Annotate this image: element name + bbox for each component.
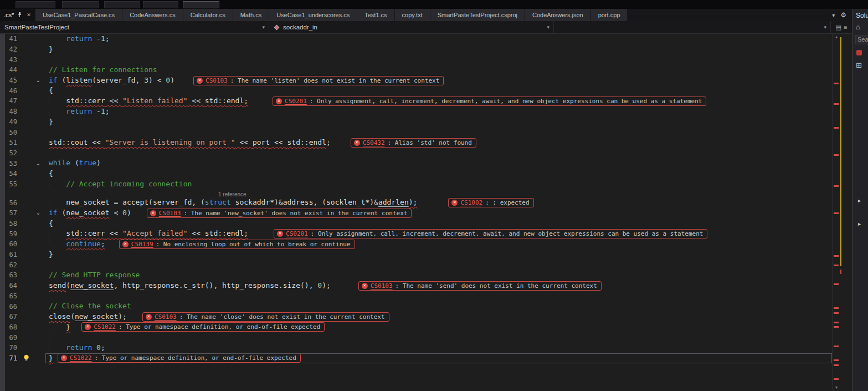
code-line[interactable]: 67close(new_socket);✕CS0103: The name 'c…: [0, 312, 832, 322]
line-number[interactable]: 50: [0, 129, 21, 136]
line-number[interactable]: 55: [0, 180, 21, 188]
line-number[interactable]: 54: [0, 170, 21, 177]
line-number[interactable]: 71: [0, 354, 21, 362]
line-number[interactable]: 64: [0, 282, 21, 290]
code-editor[interactable]: 41 return -1;42}4344// Listen for connec…: [0, 34, 832, 391]
document-tab[interactable]: SmartPasteTestProject.csproj: [430, 9, 525, 21]
code-line[interactable]: 44// Listen for connections: [0, 65, 832, 75]
line-number[interactable]: 66: [0, 303, 21, 311]
code-line[interactable]: 64send(new_socket, http_response.c_str()…: [0, 281, 832, 291]
tab-overflow-chevron-icon[interactable]: ▾: [832, 12, 835, 18]
code-line[interactable]: 58{: [0, 219, 832, 229]
line-number[interactable]: 63: [0, 271, 21, 279]
line-number[interactable]: 61: [0, 251, 21, 258]
document-tab[interactable]: copy.txt: [395, 9, 430, 21]
code-line[interactable]: 69: [0, 332, 832, 343]
fold-chevron-icon[interactable]: ⌄: [31, 78, 45, 83]
line-number[interactable]: 47: [0, 97, 21, 105]
line-number[interactable]: 53: [0, 160, 21, 167]
close-icon[interactable]: ✕: [27, 12, 31, 18]
code-line[interactable]: 57⌄if (new_socket < 0)✕CS0103: The name …: [0, 208, 832, 219]
line-number[interactable]: 62: [0, 261, 21, 269]
titlebar-item[interactable]: [143, 1, 178, 8]
document-outline-icon[interactable]: ≡: [844, 24, 847, 31]
code-line[interactable]: 49}: [0, 117, 832, 128]
code-line[interactable]: 65: [0, 291, 832, 302]
line-number[interactable]: 44: [0, 66, 21, 74]
code-line[interactable]: 59 std::cerr << "Accept failed" << std::…: [0, 228, 832, 239]
line-number[interactable]: 65: [0, 292, 21, 300]
code-line[interactable]: 60 continue;✕CS0139: No enclosing loop o…: [0, 239, 832, 250]
settings-gear-icon[interactable]: ⚙: [840, 11, 846, 19]
code-line[interactable]: 47 std::cerr << "Listen failed" << std::…: [0, 96, 832, 106]
document-tab[interactable]: CodeAnswers.json: [525, 9, 590, 21]
document-tab[interactable]: Calculator.cs: [183, 9, 233, 21]
code-line[interactable]: 55 // Accept incoming connection: [0, 179, 832, 190]
error-code-link[interactable]: CS1002: [460, 199, 482, 206]
code-line[interactable]: 61}: [0, 250, 832, 260]
line-number[interactable]: 70: [0, 344, 21, 352]
member-dropdown[interactable]: ▾: [554, 21, 831, 33]
code-line[interactable]: 50: [0, 127, 832, 138]
code-line[interactable]: 56 new_socket = accept(server_fd, (struc…: [0, 197, 832, 208]
line-number[interactable]: 69: [0, 334, 21, 342]
code-line[interactable]: 52: [0, 148, 832, 159]
line-number[interactable]: 46: [0, 87, 21, 95]
document-tab[interactable]: UseCase1_underscores.cs: [269, 9, 357, 21]
code-line[interactable]: 62: [0, 260, 832, 270]
line-number[interactable]: 51: [0, 139, 21, 146]
error-code-link[interactable]: CS1022: [70, 354, 92, 362]
error-code-link[interactable]: CS0139: [131, 241, 153, 248]
tree-expand-icon[interactable]: ▸: [858, 221, 861, 227]
titlebar-item[interactable]: [104, 1, 140, 8]
titlebar-item-active[interactable]: [183, 1, 219, 8]
line-number[interactable]: 52: [0, 149, 21, 157]
document-tab[interactable]: port.cpp: [591, 9, 628, 21]
error-code-link[interactable]: CS0432: [363, 139, 385, 146]
code-line[interactable]: 48 return -1;: [0, 106, 832, 117]
line-number[interactable]: 42: [0, 45, 21, 53]
line-number[interactable]: 45: [0, 77, 21, 84]
code-line[interactable]: 42}: [0, 44, 832, 55]
scroll-up-icon[interactable]: ▴: [833, 34, 840, 40]
code-line[interactable]: 70 return 0;: [0, 343, 832, 353]
fold-chevron-icon[interactable]: ⌄: [31, 210, 45, 216]
code-line[interactable]: 66// Close the socket: [0, 301, 832, 312]
error-code-link[interactable]: CS0103: [155, 313, 177, 321]
type-dropdown[interactable]: sockaddr_in ▾: [269, 21, 554, 33]
code-line[interactable]: 53⌄while (true): [0, 158, 832, 169]
line-number[interactable]: 41: [0, 35, 21, 43]
line-number[interactable]: 67: [0, 313, 21, 321]
line-number[interactable]: 60: [0, 240, 21, 248]
quick-actions-lightbulb-icon[interactable]: [21, 354, 31, 362]
code-line[interactable]: 63// Send HTTP response: [0, 270, 832, 281]
code-line[interactable]: 46{: [0, 85, 832, 96]
error-code-link[interactable]: CS0201: [286, 230, 308, 237]
code-line[interactable]: 68 }✕CS1022: Type or namespace definitio…: [0, 322, 832, 333]
codelens-references[interactable]: 1 reference: [0, 191, 246, 197]
tree-expand-icon[interactable]: ▸: [858, 197, 861, 204]
code-line[interactable]: 43: [0, 54, 832, 65]
grid-icon[interactable]: ⊞: [856, 61, 868, 69]
error-code-link[interactable]: CS0103: [371, 282, 393, 290]
code-line[interactable]: 45⌄if (listen(server_fd, 3) < 0)✕CS0103:…: [0, 75, 832, 86]
titlebar-item[interactable]: [62, 1, 99, 8]
error-code-link[interactable]: CS0103: [159, 210, 181, 217]
document-tab[interactable]: UseCase1_PascalCase.cs: [35, 9, 122, 21]
code-line[interactable]: 54{: [0, 169, 832, 179]
titlebar-item[interactable]: [16, 1, 55, 8]
line-number[interactable]: 59: [0, 230, 21, 238]
code-line[interactable]: 71}✕CS1022: Type or namespace definition…: [0, 353, 832, 364]
code-line[interactable]: 41 return -1;: [0, 34, 832, 44]
document-tab[interactable]: Test1.cs: [357, 9, 394, 21]
line-number[interactable]: 43: [0, 56, 21, 64]
error-code-link[interactable]: CS0201: [285, 98, 307, 105]
line-number[interactable]: 58: [0, 220, 21, 227]
error-code-link[interactable]: CS0103: [206, 77, 228, 84]
error-code-link[interactable]: CS1022: [94, 323, 116, 331]
vertical-scrollbar[interactable]: ▴ ▾: [832, 34, 840, 391]
line-number[interactable]: 68: [0, 323, 21, 331]
document-tab[interactable]: Math.cs: [233, 9, 269, 21]
active-document-tab[interactable]: .cs* ✕: [0, 9, 35, 21]
solution-search-input[interactable]: Sear: [855, 35, 868, 44]
